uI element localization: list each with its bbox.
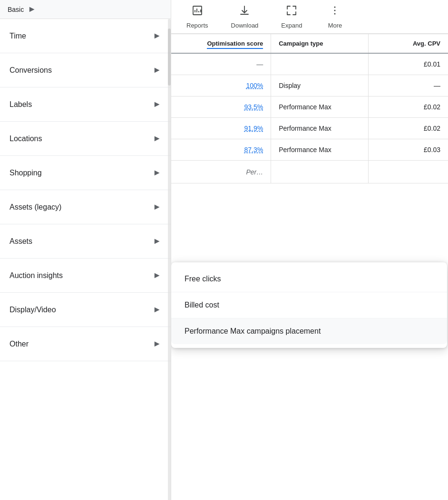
reports-button[interactable]: Reports <box>175 1 220 33</box>
td-campaign-type-5 <box>271 161 368 183</box>
content-area: Reports Download Expand <box>171 0 448 500</box>
td-opt-score-2[interactable]: 93.5% <box>171 96 271 118</box>
td-avg-cpv-4: £0.03 <box>368 139 448 161</box>
table-header-row: Optimisation score Campaign type Avg. CP… <box>171 34 448 53</box>
td-avg-cpv-0: £0.01 <box>368 53 448 75</box>
td-avg-cpv-3: £0.02 <box>368 118 448 139</box>
reports-label: Reports <box>186 22 208 29</box>
sidebar-item-shopping[interactable]: Shopping ► <box>0 156 171 190</box>
sidebar-top-bar: Basic ► <box>0 0 171 19</box>
expand-label: Expand <box>281 22 302 29</box>
dropdown-item-perf-max-placement[interactable]: Performance Max campaigns placement <box>171 318 447 344</box>
download-label: Download <box>231 22 259 29</box>
sidebar-top-chevron: ► <box>28 4 36 14</box>
sidebar-item-time[interactable]: Time ► <box>0 19 171 53</box>
th-campaign-type: Campaign type <box>271 34 368 53</box>
data-table: Optimisation score Campaign type Avg. CP… <box>171 34 448 183</box>
td-opt-score-4[interactable]: 87.3% <box>171 139 271 161</box>
sidebar-scrollbar-thumb[interactable] <box>168 29 171 86</box>
chevron-right-icon: ► <box>153 270 161 280</box>
sidebar-scrollbar[interactable] <box>168 19 171 500</box>
svg-point-6 <box>334 6 336 8</box>
chevron-right-icon: ► <box>153 134 161 144</box>
chevron-right-icon: ► <box>153 305 161 315</box>
table-row: 93.5% Performance Max £0.02 <box>171 96 448 118</box>
sidebar-item-conversions[interactable]: Conversions ► <box>0 53 171 87</box>
td-avg-cpv-5 <box>368 161 448 183</box>
sidebar-item-display-video[interactable]: Display/Video ► <box>0 293 171 327</box>
svg-point-7 <box>334 10 336 11</box>
dropdown-menu: Free clicks Billed cost Performance Max … <box>171 262 447 348</box>
download-button[interactable]: Download <box>220 1 270 33</box>
data-table-container: Optimisation score Campaign type Avg. CP… <box>171 34 448 500</box>
more-button[interactable]: More <box>313 1 356 33</box>
td-avg-cpv-2: £0.02 <box>368 96 448 118</box>
dropdown-item-billed-cost[interactable]: Billed cost <box>171 292 447 318</box>
chevron-right-icon: ► <box>153 99 161 109</box>
sidebar: Basic ► Time ► Conversions ► Labels ► Lo… <box>0 0 171 500</box>
chevron-right-icon: ► <box>153 339 161 349</box>
th-avg-cpv: Avg. CPV <box>368 34 448 53</box>
sidebar-top-label: Basic <box>8 6 24 13</box>
toolbar: Reports Download Expand <box>171 0 448 34</box>
sidebar-item-labels[interactable]: Labels ► <box>0 87 171 122</box>
chevron-right-icon: ► <box>153 31 161 41</box>
th-opt-score-label: Optimisation score <box>207 40 263 49</box>
table-row: — £0.01 <box>171 53 448 75</box>
td-campaign-type-4: Performance Max <box>271 139 368 161</box>
more-label: More <box>328 22 342 29</box>
td-opt-score-3[interactable]: 91.9% <box>171 118 271 139</box>
td-campaign-type-0 <box>271 53 368 75</box>
table-row: 87.3% Performance Max £0.03 <box>171 139 448 161</box>
chevron-right-icon: ► <box>153 202 161 212</box>
svg-point-8 <box>334 13 336 14</box>
td-campaign-type-2: Performance Max <box>271 96 368 118</box>
td-opt-score-1[interactable]: 100% <box>171 75 271 96</box>
expand-icon <box>286 5 297 19</box>
table-row: 91.9% Performance Max £0.02 <box>171 118 448 139</box>
download-icon <box>239 5 250 19</box>
td-opt-score-0: — <box>171 53 271 75</box>
dropdown-item-free-clicks[interactable]: Free clicks <box>171 266 447 292</box>
sidebar-item-assets[interactable]: Assets ► <box>0 224 171 259</box>
sidebar-item-auction-insights[interactable]: Auction insights ► <box>0 259 171 293</box>
expand-button[interactable]: Expand <box>270 1 313 33</box>
td-campaign-type-1: Display <box>271 75 368 96</box>
table-row: Per… <box>171 161 448 183</box>
td-campaign-type-3: Performance Max <box>271 118 368 139</box>
td-opt-score-5[interactable]: Per… <box>171 161 271 183</box>
sidebar-item-assets-legacy[interactable]: Assets (legacy) ► <box>0 190 171 224</box>
chevron-right-icon: ► <box>153 236 161 246</box>
th-optimisation-score: Optimisation score <box>171 34 271 53</box>
td-avg-cpv-1: — <box>368 75 448 96</box>
chevron-right-icon: ► <box>153 168 161 178</box>
sidebar-item-other[interactable]: Other ► <box>0 327 171 361</box>
more-icon <box>329 5 341 19</box>
reports-icon <box>192 5 203 19</box>
sidebar-item-locations[interactable]: Locations ► <box>0 122 171 156</box>
main-layout: Basic ► Time ► Conversions ► Labels ► Lo… <box>0 0 448 500</box>
chevron-right-icon: ► <box>153 65 161 75</box>
table-row: 100% Display — <box>171 75 448 96</box>
